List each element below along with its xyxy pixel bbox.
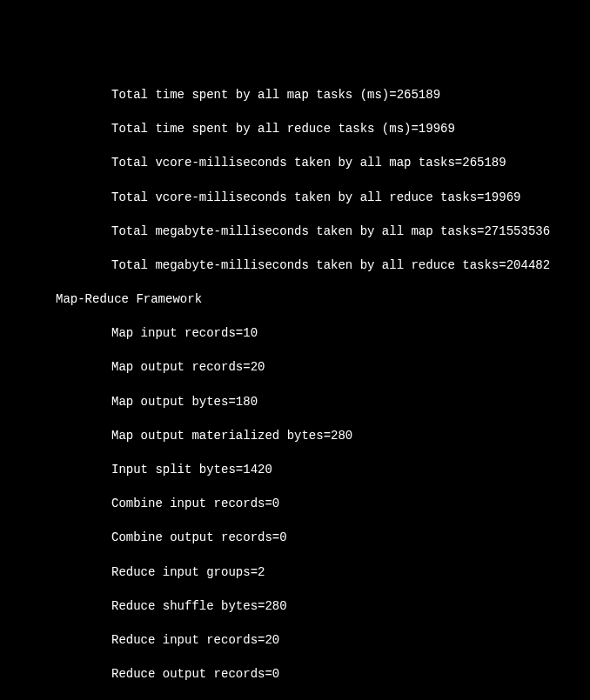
counter-line: Reduce output records=0 — [0, 666, 590, 683]
counter-line: Map output records=20 — [0, 359, 590, 377]
counter-line: Reduce shuffle bytes=280 — [0, 598, 590, 616]
counter-line: Combine output records=0 — [0, 530, 590, 547]
counter-line: Reduce input groups=2 — [0, 564, 590, 582]
counter-line: Total megabyte-milliseconds taken by all… — [0, 257, 590, 275]
counter-line: Map output materialized bytes=280 — [0, 428, 590, 445]
counter-line: Combine input records=0 — [0, 496, 590, 513]
counter-line: Total vcore-milliseconds taken by all ma… — [0, 155, 590, 172]
counter-line: Map input records=10 — [0, 325, 590, 343]
counter-line: Total megabyte-milliseconds taken by all… — [0, 223, 590, 241]
counter-line: Input split bytes=1420 — [0, 462, 590, 479]
section-header: Map-Reduce Framework — [0, 291, 590, 309]
terminal-output[interactable]: Total time spent by all map tasks (ms)=2… — [0, 70, 590, 700]
counter-line: Total time spent by all map tasks (ms)=2… — [0, 87, 590, 104]
counter-line: Reduce input records=20 — [0, 632, 590, 650]
counter-line: Total time spent by all reduce tasks (ms… — [0, 121, 590, 138]
counter-line: Map output bytes=180 — [0, 394, 590, 411]
counter-line: Total vcore-milliseconds taken by all re… — [0, 190, 590, 207]
